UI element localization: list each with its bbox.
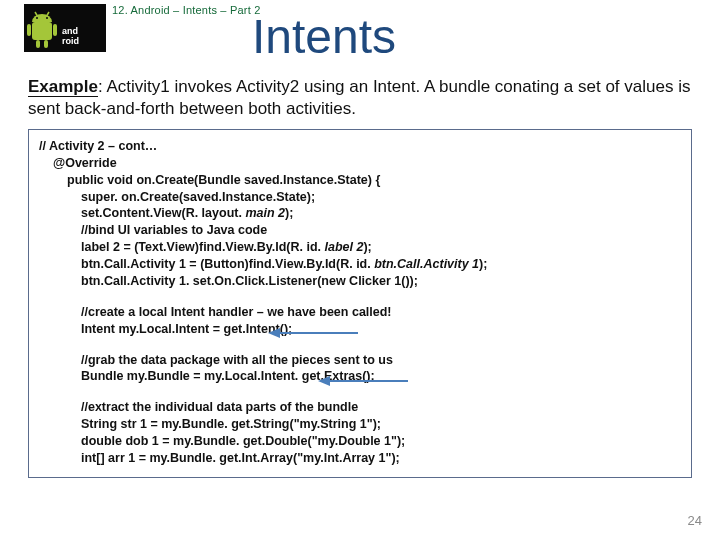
page-number: 24 [688,513,702,528]
svg-rect-4 [36,40,40,48]
code-line: btn.Call.Activity 1. set.On.Click.Listen… [39,273,681,290]
header-texts: 12. Android – Intents – Part 2 Intents [112,4,396,62]
code-line: Intent my.Local.Intent = get.Intent(); [39,321,681,338]
code-line: public void on.Create(Bundle saved.Insta… [39,172,681,189]
header-row: and roid 12. Android – Intents – Part 2 … [24,0,696,62]
code-line: //create a local Intent handler – we hav… [39,304,681,321]
breadcrumb: 12. Android – Intents – Part 2 [112,4,260,16]
code-line: //grab the data package with all the pie… [39,352,681,369]
svg-marker-13 [268,328,280,338]
svg-point-9 [46,17,48,19]
android-logo: and roid [24,4,106,52]
slide-title: Intents [252,12,396,62]
svg-rect-2 [27,24,31,36]
example-text: : Activity1 invokes Activity2 using an I… [28,77,690,117]
code-line: set.Content.View(R. layout. main 2); [39,205,681,222]
example-paragraph: Example: Activity1 invokes Activity2 usi… [28,76,692,119]
code-box: // Activity 2 – cont… @Override public v… [28,129,692,478]
svg-rect-3 [53,24,57,36]
code-line: //extract the individual data parts of t… [39,399,681,416]
code-line: super. on.Create(saved.Instance.State); [39,189,681,206]
slide: and roid 12. Android – Intents – Part 2 … [0,0,720,540]
code-line: btn.Call.Activity 1 = (Button)find.View.… [39,256,681,273]
code-line: //bind UI variables to Java code [39,222,681,239]
code-line: String str 1 = my.Bundle. get.String("my… [39,416,681,433]
svg-rect-1 [32,22,52,40]
arrow-left-icon [318,375,408,385]
example-label: Example [28,77,98,97]
code-line: // Activity 2 – cont… [39,139,157,153]
svg-point-8 [36,17,38,19]
svg-text:roid: roid [62,36,79,46]
code-line: @Override [39,155,681,172]
code-line: double dob 1 = my.Bundle. get.Double("my… [39,433,681,450]
code-line: label 2 = (Text.View)find.View.By.Id(R. … [39,239,681,256]
svg-text:and: and [62,26,78,36]
code-line: int[] arr 1 = my.Bundle. get.Int.Array("… [39,450,681,467]
svg-marker-15 [318,376,330,386]
arrow-left-icon [268,327,358,337]
svg-rect-5 [44,40,48,48]
